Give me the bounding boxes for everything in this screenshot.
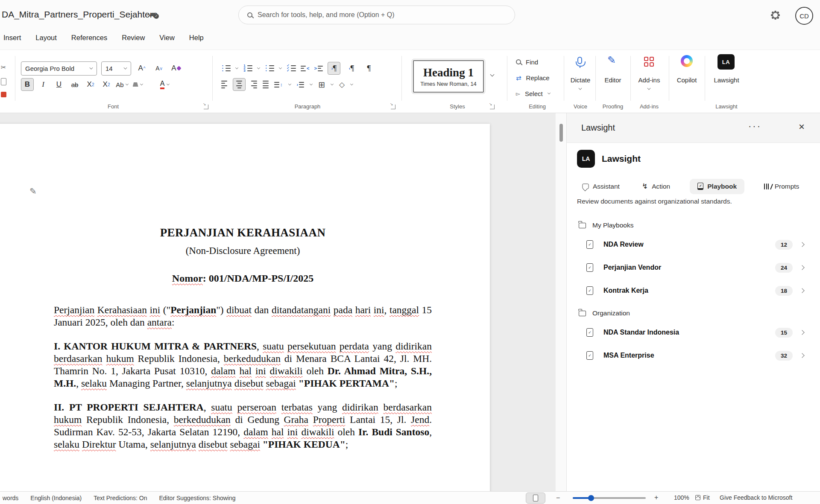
feedback-link[interactable]: Give Feedback to Microsoft: [720, 494, 792, 501]
status-item-english-indonesia-[interactable]: English (Indonesia): [30, 495, 82, 501]
copilot-icon[interactable]: [681, 55, 693, 67]
tab-insert[interactable]: Insert: [3, 34, 21, 42]
tab-review[interactable]: Review: [122, 34, 145, 42]
panel-header: Lawsight ··· ×: [567, 113, 820, 143]
chevron-right-icon[interactable]: [800, 330, 804, 335]
superscript-button[interactable]: X2: [100, 78, 113, 91]
tab-view[interactable]: View: [159, 34, 174, 42]
page-view-button[interactable]: [526, 492, 545, 504]
replace-button[interactable]: ⇄Replace: [516, 73, 550, 82]
align-right-icon[interactable]: [251, 81, 257, 89]
chevron-right-icon[interactable]: [800, 265, 804, 270]
line-spacing-icon[interactable]: ↕: [274, 82, 283, 87]
bold-button[interactable]: B: [21, 78, 34, 91]
addins-group: Add-ins Add-ins: [633, 50, 665, 113]
subscript-button[interactable]: X2: [84, 78, 97, 91]
document-title[interactable]: DA_Mitra_Partners_Properti_Sejahtera: [2, 9, 158, 20]
zoom-slider[interactable]: [573, 497, 646, 499]
playbook-item-nda-standar-indonesia[interactable]: NDA Standar Indonesia15: [567, 321, 820, 344]
zoom-slider-thumb[interactable]: [588, 495, 594, 501]
dictate-chevron[interactable]: [579, 87, 582, 90]
select-icon: ▻: [516, 91, 520, 96]
numbered-list-icon[interactable]: 123: [243, 65, 252, 72]
account-avatar[interactable]: CD: [795, 7, 813, 25]
chevron-right-icon[interactable]: [800, 242, 804, 247]
tab-prompts[interactable]: Prompts: [761, 179, 802, 194]
count-badge: 15: [775, 328, 793, 338]
select-button[interactable]: ▻Select: [516, 89, 551, 98]
format-painter-icon[interactable]: [1, 92, 6, 97]
rtl-direction-button[interactable]: ‹¶: [345, 62, 358, 75]
editor-label[interactable]: Editor: [598, 76, 628, 84]
addins-icon[interactable]: [644, 57, 654, 67]
fit-icon: [695, 495, 700, 500]
shading-icon[interactable]: ◇: [339, 81, 345, 88]
status-item-text-predictions[interactable]: Text Predictions: On: [94, 495, 147, 501]
chevron-right-icon[interactable]: [800, 288, 804, 293]
playbook-book-icon: [697, 183, 703, 190]
grow-font-button[interactable]: A^: [135, 62, 148, 75]
styles-gallery-chevron[interactable]: [490, 73, 495, 77]
zoom-out-button[interactable]: −: [556, 494, 560, 502]
dictate-label[interactable]: Dictate: [567, 76, 594, 84]
decrease-indent-icon[interactable]: <: [301, 66, 309, 71]
find-button[interactable]: Find: [516, 57, 538, 67]
zoom-level[interactable]: 100%: [674, 494, 689, 501]
italic-button[interactable]: I: [37, 78, 50, 91]
justify-icon[interactable]: [263, 81, 269, 89]
editor-icon[interactable]: ✎: [607, 54, 616, 66]
font-size-select[interactable]: 14: [101, 61, 131, 76]
tab-action[interactable]: ↯ Action: [639, 178, 673, 195]
tab-playbook[interactable]: Playbook: [690, 179, 744, 194]
copilot-margin-pen-icon[interactable]: ✎: [29, 186, 37, 196]
close-icon[interactable]: ×: [799, 121, 805, 133]
lawsight-logo-icon[interactable]: LA: [718, 54, 735, 70]
playbook-item-kontrak-kerja[interactable]: Kontrak Kerja18: [567, 279, 820, 302]
tab-help[interactable]: Help: [189, 34, 204, 42]
strikethrough-button[interactable]: ab: [68, 78, 81, 91]
show-paragraph-marks-button[interactable]: ¶: [363, 62, 375, 75]
status-item-words[interactable]: words: [3, 495, 18, 501]
clear-formatting-button[interactable]: A: [170, 62, 182, 75]
fit-button[interactable]: Fit: [695, 494, 710, 501]
tab-references[interactable]: References: [71, 34, 107, 42]
search-input[interactable]: Search for tools, help, and more (Option…: [238, 6, 515, 24]
addins-label[interactable]: Add-ins: [633, 76, 665, 84]
paragraph-indent-icon[interactable]: ›: [297, 82, 305, 87]
more-options-icon[interactable]: ···: [748, 121, 761, 132]
align-center-button[interactable]: [233, 78, 246, 91]
vertical-scrollbar[interactable]: [555, 113, 566, 491]
playbook-item-nda-review[interactable]: NDA Review12: [567, 233, 820, 256]
playbook-item-msa-enterprise[interactable]: MSA Enterprise32: [567, 344, 820, 367]
ltr-direction-button[interactable]: ›¶: [328, 62, 340, 75]
document-page[interactable]: ✎ PERJANJIAN KERAHASIAAN(Non-Disclosure …: [0, 124, 490, 491]
settings-gear-icon[interactable]: [772, 12, 779, 18]
addins-chevron[interactable]: [647, 87, 651, 90]
chevron-right-icon[interactable]: [800, 353, 804, 358]
font-color-button[interactable]: A: [158, 78, 171, 91]
underline-button[interactable]: U: [53, 78, 65, 91]
tab-layout[interactable]: Layout: [35, 34, 57, 42]
folder-icon: [579, 223, 586, 228]
change-case-button[interactable]: Ab: [116, 78, 129, 91]
align-left-icon[interactable]: [221, 81, 227, 89]
multilevel-list-icon[interactable]: ▪▪▪: [265, 65, 274, 72]
borders-icon[interactable]: ⊞: [318, 81, 325, 89]
copy-icon[interactable]: [1, 78, 6, 85]
dictate-microphone-icon[interactable]: [577, 57, 582, 64]
lawsight-label[interactable]: Lawsight: [707, 76, 746, 84]
checklist-icon[interactable]: ✓✓✓: [287, 65, 296, 72]
tab-assistant[interactable]: Assistant: [580, 179, 622, 194]
increase-indent-icon[interactable]: >: [314, 66, 322, 71]
scrollbar-thumb[interactable]: [559, 124, 563, 142]
status-item-editor-suggestions[interactable]: Editor Suggestions: Showing: [159, 495, 236, 501]
copilot-label[interactable]: Copilot: [671, 76, 702, 84]
font-family-select[interactable]: Georgia Pro Bold: [21, 61, 97, 76]
cut-icon[interactable]: ✂: [1, 64, 6, 71]
shrink-font-button[interactable]: Av: [152, 62, 165, 75]
zoom-in-button[interactable]: +: [654, 494, 658, 501]
highlight-button[interactable]: [132, 78, 144, 91]
style-heading1-preview[interactable]: Heading 1 Times New Roman, 14: [413, 60, 484, 93]
playbook-item-perjanjian-vendor[interactable]: Perjanjian Vendor24: [567, 256, 820, 279]
bullet-list-icon[interactable]: •••: [221, 65, 231, 72]
